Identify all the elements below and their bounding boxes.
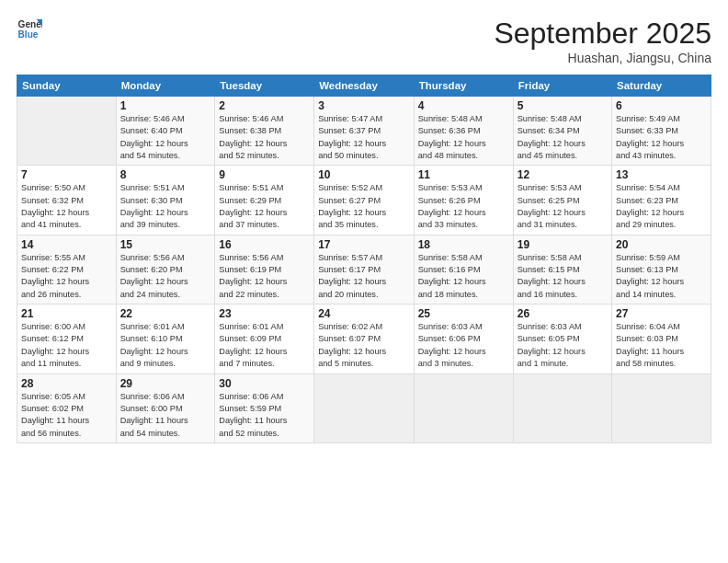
table-row: 22Sunrise: 6:01 AM Sunset: 6:10 PM Dayli… [116, 304, 215, 373]
day-info: Sunrise: 6:05 AM Sunset: 6:02 PM Dayligh… [21, 391, 112, 440]
month-title: September 2025 [494, 17, 711, 51]
day-info: Sunrise: 6:04 AM Sunset: 6:03 PM Dayligh… [616, 321, 707, 370]
col-thursday: Thursday [414, 75, 513, 97]
day-info: Sunrise: 5:57 AM Sunset: 6:17 PM Dayligh… [318, 252, 410, 301]
col-tuesday: Tuesday [215, 75, 314, 97]
day-info: Sunrise: 5:53 AM Sunset: 6:26 PM Dayligh… [418, 182, 509, 231]
title-block: September 2025 Huashan, Jiangsu, China [494, 17, 711, 65]
day-info: Sunrise: 6:02 AM Sunset: 6:07 PM Dayligh… [318, 321, 410, 370]
day-info: Sunrise: 5:53 AM Sunset: 6:25 PM Dayligh… [518, 182, 608, 231]
day-info: Sunrise: 5:52 AM Sunset: 6:27 PM Dayligh… [318, 182, 410, 231]
day-info: Sunrise: 5:46 AM Sunset: 6:38 PM Dayligh… [219, 113, 310, 162]
table-row: 9Sunrise: 5:51 AM Sunset: 6:29 PM Daylig… [215, 166, 314, 235]
day-number: 12 [518, 168, 608, 181]
table-row: 27Sunrise: 6:04 AM Sunset: 6:03 PM Dayli… [612, 304, 711, 373]
calendar-week-row: 14Sunrise: 5:55 AM Sunset: 6:22 PM Dayli… [17, 235, 711, 304]
day-number: 26 [518, 307, 608, 320]
day-number: 25 [418, 307, 509, 320]
day-info: Sunrise: 6:06 AM Sunset: 5:59 PM Dayligh… [219, 391, 310, 440]
day-number: 23 [219, 307, 310, 320]
day-number: 4 [418, 99, 509, 112]
day-number: 9 [219, 168, 310, 181]
day-number: 13 [616, 168, 707, 181]
day-info: Sunrise: 5:50 AM Sunset: 6:32 PM Dayligh… [21, 182, 112, 231]
table-row: 23Sunrise: 6:01 AM Sunset: 6:09 PM Dayli… [215, 304, 314, 373]
table-row: 11Sunrise: 5:53 AM Sunset: 6:26 PM Dayli… [414, 166, 513, 235]
day-number: 8 [120, 168, 211, 181]
table-row: 18Sunrise: 5:58 AM Sunset: 6:16 PM Dayli… [414, 235, 513, 304]
table-row: 17Sunrise: 5:57 AM Sunset: 6:17 PM Dayli… [314, 235, 415, 304]
day-info: Sunrise: 5:47 AM Sunset: 6:37 PM Dayligh… [318, 113, 410, 162]
svg-text:Blue: Blue [18, 29, 39, 40]
day-number: 6 [616, 99, 707, 112]
calendar-week-row: 28Sunrise: 6:05 AM Sunset: 6:02 PM Dayli… [17, 373, 711, 442]
day-number: 24 [318, 307, 410, 320]
table-row [513, 373, 611, 442]
day-number: 20 [616, 238, 707, 251]
table-row: 5Sunrise: 5:48 AM Sunset: 6:34 PM Daylig… [513, 97, 611, 166]
table-row [17, 97, 117, 166]
day-number: 7 [21, 168, 112, 181]
day-info: Sunrise: 6:03 AM Sunset: 6:06 PM Dayligh… [418, 321, 509, 370]
day-info: Sunrise: 5:55 AM Sunset: 6:22 PM Dayligh… [21, 252, 112, 301]
col-sunday: Sunday [17, 75, 117, 97]
calendar-table: Sunday Monday Tuesday Wednesday Thursday… [17, 75, 711, 443]
day-number: 19 [518, 238, 608, 251]
day-info: Sunrise: 6:06 AM Sunset: 6:00 PM Dayligh… [120, 391, 211, 440]
day-number: 21 [21, 307, 112, 320]
col-saturday: Saturday [612, 75, 711, 97]
table-row: 14Sunrise: 5:55 AM Sunset: 6:22 PM Dayli… [17, 235, 117, 304]
day-info: Sunrise: 5:56 AM Sunset: 6:19 PM Dayligh… [219, 252, 310, 301]
table-row: 28Sunrise: 6:05 AM Sunset: 6:02 PM Dayli… [17, 373, 117, 442]
calendar-week-row: 7Sunrise: 5:50 AM Sunset: 6:32 PM Daylig… [17, 166, 711, 235]
table-row: 24Sunrise: 6:02 AM Sunset: 6:07 PM Dayli… [314, 304, 415, 373]
day-number: 29 [120, 377, 211, 390]
day-number: 10 [318, 168, 410, 181]
day-number: 11 [418, 168, 509, 181]
day-info: Sunrise: 5:54 AM Sunset: 6:23 PM Dayligh… [616, 182, 707, 231]
day-number: 22 [120, 307, 211, 320]
table-row: 1Sunrise: 5:46 AM Sunset: 6:40 PM Daylig… [116, 97, 215, 166]
day-info: Sunrise: 6:03 AM Sunset: 6:05 PM Dayligh… [518, 321, 608, 370]
table-row: 19Sunrise: 5:58 AM Sunset: 6:15 PM Dayli… [513, 235, 611, 304]
table-row [314, 373, 415, 442]
day-info: Sunrise: 5:56 AM Sunset: 6:20 PM Dayligh… [120, 252, 211, 301]
col-monday: Monday [116, 75, 215, 97]
day-number: 2 [219, 99, 310, 112]
calendar-week-row: 21Sunrise: 6:00 AM Sunset: 6:12 PM Dayli… [17, 304, 711, 373]
day-number: 17 [318, 238, 410, 251]
day-number: 16 [219, 238, 310, 251]
day-number: 14 [21, 238, 112, 251]
day-number: 30 [219, 377, 310, 390]
day-info: Sunrise: 6:01 AM Sunset: 6:09 PM Dayligh… [219, 321, 310, 370]
table-row: 13Sunrise: 5:54 AM Sunset: 6:23 PM Dayli… [612, 166, 711, 235]
table-row: 25Sunrise: 6:03 AM Sunset: 6:06 PM Dayli… [414, 304, 513, 373]
day-info: Sunrise: 5:48 AM Sunset: 6:34 PM Dayligh… [518, 113, 608, 162]
logo: General Blue [17, 17, 46, 42]
day-info: Sunrise: 5:59 AM Sunset: 6:13 PM Dayligh… [616, 252, 707, 301]
table-row: 2Sunrise: 5:46 AM Sunset: 6:38 PM Daylig… [215, 97, 314, 166]
table-row: 30Sunrise: 6:06 AM Sunset: 5:59 PM Dayli… [215, 373, 314, 442]
logo-icon: General Blue [17, 17, 42, 42]
day-info: Sunrise: 5:51 AM Sunset: 6:29 PM Dayligh… [219, 182, 310, 231]
location: Huashan, Jiangsu, China [494, 51, 711, 65]
table-row: 21Sunrise: 6:00 AM Sunset: 6:12 PM Dayli… [17, 304, 117, 373]
table-row [612, 373, 711, 442]
table-row: 15Sunrise: 5:56 AM Sunset: 6:20 PM Dayli… [116, 235, 215, 304]
table-row: 10Sunrise: 5:52 AM Sunset: 6:27 PM Dayli… [314, 166, 415, 235]
table-row: 16Sunrise: 5:56 AM Sunset: 6:19 PM Dayli… [215, 235, 314, 304]
day-info: Sunrise: 6:00 AM Sunset: 6:12 PM Dayligh… [21, 321, 112, 370]
day-info: Sunrise: 6:01 AM Sunset: 6:10 PM Dayligh… [120, 321, 211, 370]
header-row: Sunday Monday Tuesday Wednesday Thursday… [17, 75, 711, 97]
table-row: 20Sunrise: 5:59 AM Sunset: 6:13 PM Dayli… [612, 235, 711, 304]
table-row: 8Sunrise: 5:51 AM Sunset: 6:30 PM Daylig… [116, 166, 215, 235]
day-info: Sunrise: 5:49 AM Sunset: 6:33 PM Dayligh… [616, 113, 707, 162]
day-number: 18 [418, 238, 509, 251]
table-row: 26Sunrise: 6:03 AM Sunset: 6:05 PM Dayli… [513, 304, 611, 373]
table-row: 12Sunrise: 5:53 AM Sunset: 6:25 PM Dayli… [513, 166, 611, 235]
table-row: 7Sunrise: 5:50 AM Sunset: 6:32 PM Daylig… [17, 166, 117, 235]
day-number: 27 [616, 307, 707, 320]
day-info: Sunrise: 5:51 AM Sunset: 6:30 PM Dayligh… [120, 182, 211, 231]
table-row: 6Sunrise: 5:49 AM Sunset: 6:33 PM Daylig… [612, 97, 711, 166]
col-wednesday: Wednesday [314, 75, 415, 97]
